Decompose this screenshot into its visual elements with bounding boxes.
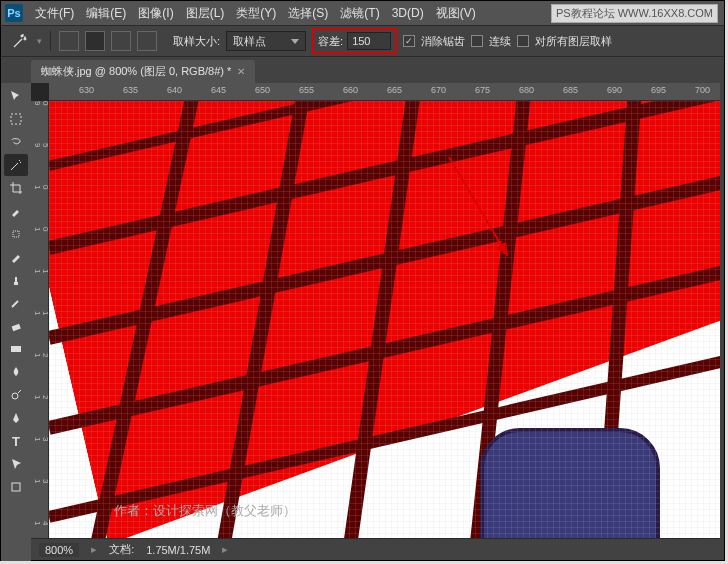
tolerance-highlight: 容差: 150: [312, 28, 397, 54]
marquee-tool[interactable]: [4, 108, 28, 130]
menubar: Ps 文件(F) 编辑(E) 图像(I) 图层(L) 类型(Y) 选择(S) 滤…: [1, 1, 724, 25]
antialias-label: 消除锯齿: [421, 34, 465, 49]
selection-intersect-button[interactable]: [137, 31, 157, 51]
menu-edit[interactable]: 编辑(E): [80, 5, 132, 22]
shape-tool[interactable]: [4, 476, 28, 498]
all-layers-checkbox[interactable]: [517, 35, 529, 47]
vertical-ruler: 9 09 51 0 01 0 51 1 01 1 51 2 01 2 51 3 …: [31, 101, 49, 538]
menu-layer[interactable]: 图层(L): [180, 5, 231, 22]
sample-size-dropdown[interactable]: 取样点: [226, 31, 306, 51]
app-logo: Ps: [5, 4, 23, 22]
healing-tool[interactable]: [4, 223, 28, 245]
pen-tool[interactable]: [4, 407, 28, 429]
svg-rect-5: [12, 483, 20, 491]
doc-size-value: 1.75M/1.75M: [146, 544, 210, 556]
menu-view[interactable]: 视图(V): [430, 5, 482, 22]
sample-size-label: 取样大小:: [173, 34, 220, 49]
svg-rect-3: [11, 346, 21, 352]
brush-tool[interactable]: [4, 246, 28, 268]
document-tab[interactable]: 蜘蛛侠.jpg @ 800% (图层 0, RGB/8#) * ✕: [31, 60, 255, 83]
selection-add-button[interactable]: [85, 31, 105, 51]
tools-panel: T: [1, 83, 31, 561]
contiguous-checkbox[interactable]: [471, 35, 483, 47]
antialias-checkbox[interactable]: [403, 35, 415, 47]
stamp-tool[interactable]: [4, 269, 28, 291]
menu-file[interactable]: 文件(F): [29, 5, 80, 22]
svg-rect-0: [11, 114, 21, 124]
svg-rect-1: [13, 231, 19, 237]
eraser-tool[interactable]: [4, 315, 28, 337]
document-tab-bar: 蜘蛛侠.jpg @ 800% (图层 0, RGB/8#) * ✕: [1, 57, 724, 83]
watermark-label: PS教程论坛: [556, 7, 615, 19]
svg-point-4: [12, 393, 18, 399]
selection-new-button[interactable]: [59, 31, 79, 51]
doc-size-label: 文档:: [109, 542, 134, 557]
selection-subtract-button[interactable]: [111, 31, 131, 51]
lasso-tool[interactable]: [4, 131, 28, 153]
eyedropper-tool[interactable]: [4, 200, 28, 222]
move-tool[interactable]: [4, 85, 28, 107]
options-bar: ▾ 取样大小: 取样点 容差: 150 消除锯齿 连续 对所有图层取样: [1, 25, 724, 57]
crop-tool[interactable]: [4, 177, 28, 199]
canvas-area: 6306356406456506556606656706756806856906…: [31, 83, 720, 538]
all-layers-label: 对所有图层取样: [535, 34, 612, 49]
menu-image[interactable]: 图像(I): [132, 5, 179, 22]
magic-wand-tool[interactable]: [4, 154, 28, 176]
contiguous-label: 连续: [489, 34, 511, 49]
menu-3d[interactable]: 3D(D): [386, 6, 430, 20]
tolerance-input[interactable]: 150: [347, 32, 391, 50]
credit-text: 作者：设计探索网（教父老师）: [114, 502, 296, 520]
status-bar: 800% ▸ 文档: 1.75M/1.75M ▸: [31, 538, 720, 560]
menu-filter[interactable]: 滤镜(T): [334, 5, 385, 22]
magic-wand-icon: [9, 30, 31, 52]
document-tab-title: 蜘蛛侠.jpg @ 800% (图层 0, RGB/8#) *: [41, 64, 231, 79]
type-tool[interactable]: T: [4, 430, 28, 452]
right-panel-edge: [720, 57, 724, 560]
dodge-tool[interactable]: [4, 384, 28, 406]
history-brush-tool[interactable]: [4, 292, 28, 314]
tolerance-label: 容差:: [318, 34, 343, 49]
canvas[interactable]: 作者：设计探索网（教父老师）: [49, 101, 720, 538]
menu-type[interactable]: 类型(Y): [230, 5, 282, 22]
blur-tool[interactable]: [4, 361, 28, 383]
menu-select[interactable]: 选择(S): [282, 5, 334, 22]
gradient-tool[interactable]: [4, 338, 28, 360]
close-icon[interactable]: ✕: [237, 66, 245, 77]
horizontal-ruler: 6306356406456506556606656706756806856906…: [49, 83, 720, 101]
zoom-level[interactable]: 800%: [39, 543, 79, 557]
watermark-url: WWW.16XX8.COM: [618, 7, 713, 19]
artwork: [49, 101, 720, 538]
path-select-tool[interactable]: [4, 453, 28, 475]
svg-rect-2: [12, 324, 21, 331]
watermark: PS教程论坛 WWW.16XX8.COM: [551, 4, 718, 23]
